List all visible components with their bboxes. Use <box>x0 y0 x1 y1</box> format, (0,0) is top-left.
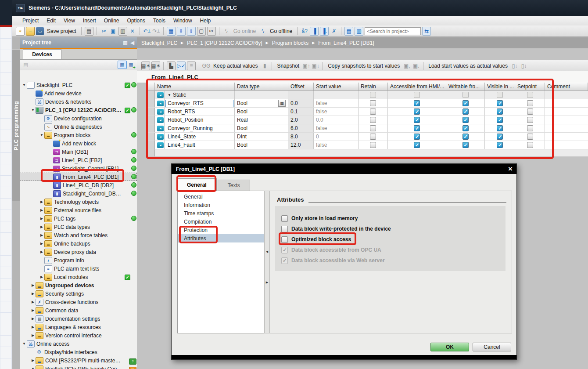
expand-arrow-icon[interactable]: ▶ <box>30 283 36 287</box>
split-vertical-icon[interactable]: ▥ <box>355 27 363 36</box>
table-row-line4-state[interactable]: ◂Line4_StateDInt8.00 <box>146 133 588 141</box>
paste-icon[interactable]: ▥ <box>118 27 127 36</box>
column-header-visible-in[interactable]: Visible in ... <box>485 83 515 90</box>
dialog-tab-texts[interactable]: Texts <box>218 180 250 191</box>
menu-online[interactable]: Online <box>100 17 123 25</box>
name-cell[interactable]: Robot_RTS <box>165 108 235 116</box>
cross-references-icon[interactable]: ✗ <box>330 27 338 35</box>
compile-icon[interactable]: ▦ <box>167 27 176 36</box>
tree-item-external-source-files[interactable]: ▶▂External source files <box>20 206 137 214</box>
monitor-all-icon[interactable]: ꙨꙨ <box>202 62 210 70</box>
group-name-cell[interactable]: ▼Static <box>165 91 235 99</box>
checkbox-checked[interactable] <box>497 142 503 148</box>
expand-arrow-icon[interactable]: ▼ <box>39 133 44 137</box>
checkbox-checked[interactable] <box>497 134 503 140</box>
expand-arrow-icon[interactable]: ▶ <box>39 233 44 237</box>
name-cell[interactable]: Robot_Position <box>165 116 235 124</box>
checkbox-unchecked[interactable] <box>527 117 533 123</box>
column-header-comment[interactable]: Comment <box>545 83 588 90</box>
comment-cell[interactable] <box>545 108 588 116</box>
breadcrumb-from-line4-plc-db1[interactable]: From_Line4_PLC [DB1] <box>318 40 374 46</box>
checkbox-checked[interactable] <box>497 100 503 106</box>
tree-item-add-new-block[interactable]: Add new block <box>20 139 137 148</box>
checkbox-unchecked[interactable] <box>370 142 376 148</box>
option-only-store-in-load-memory[interactable]: Only store in load memory <box>281 214 358 223</box>
search-input[interactable] <box>365 27 421 35</box>
expand-arrow-icon[interactable]: ▶ <box>30 333 36 337</box>
menu-edit[interactable]: Edit <box>43 17 60 25</box>
expand-arrow-icon[interactable]: ▶ <box>30 325 36 329</box>
checkbox-checked[interactable] <box>463 142 469 148</box>
checkbox-disabled[interactable] <box>497 92 503 98</box>
expand-arrow-icon[interactable]: ▶ <box>30 300 36 304</box>
tree-item-ungrouped-devices[interactable]: ▶▂Ungrouped devices <box>20 281 137 289</box>
expand-arrow-icon[interactable]: ▶ <box>30 292 36 296</box>
checkbox-unchecked[interactable] <box>281 226 288 232</box>
start-value-cell[interactable]: false <box>314 99 359 107</box>
tree-item-main-ob1[interactable]: ⊐Main [OB1] <box>20 148 137 156</box>
tree-item-add-new-device[interactable]: Add new device <box>20 89 137 98</box>
expand-arrow-icon[interactable]: ▶ <box>30 308 36 312</box>
splitter-right-arrow-icon[interactable]: ▶ <box>265 280 269 284</box>
tree-item-stacklight-control-db[interactable]: ▮Stacklight_Control_DB [... <box>20 189 137 198</box>
checkbox-unchecked[interactable] <box>527 100 533 106</box>
table-row-robot-rts[interactable]: ◂Robot_RTSBool0.1false <box>146 108 588 116</box>
tree-item-technology-objects[interactable]: ▶▂Technology objects <box>20 198 137 206</box>
name-cell[interactable]: Line4_Fault <box>165 141 235 149</box>
row-selector-cell[interactable] <box>146 133 155 141</box>
keep-actual-values-icon[interactable]: ▮ <box>261 62 269 70</box>
data-type-cell[interactable]: Real <box>235 116 288 124</box>
data-type-cell[interactable]: Bool <box>235 124 288 132</box>
column-header-retain[interactable]: Retain <box>359 83 388 90</box>
tree-item-security-settings[interactable]: ▶▂Security settings <box>20 289 137 298</box>
checkbox-checked[interactable] <box>414 117 420 123</box>
open-project-icon[interactable]: → <box>26 27 35 36</box>
menu-tools[interactable]: Tools <box>149 17 169 25</box>
expand-arrow-icon[interactable]: ▶ <box>39 217 44 221</box>
tree-item-stacklight-control-fb1[interactable]: ⊐Stacklight_Control [FB1] <box>20 164 137 173</box>
table-row-robot-position[interactable]: ◂Robot_PositionReal2.00.0 <box>146 116 588 124</box>
row-selector-cell[interactable] <box>146 141 155 149</box>
insert-row-icon[interactable]: ▤✶ <box>141 62 150 70</box>
redo-icon[interactable]: ↷± <box>152 27 160 35</box>
new-project-icon[interactable]: ✶ <box>16 27 25 36</box>
expand-arrow-icon[interactable]: ▶ <box>39 250 44 254</box>
tree-item-realtek-pcie-gbe-family-con[interactable]: ▼▂Realtek PCIe GBE Family Con...▦ <box>20 365 137 369</box>
list-view-icon[interactable]: ▦ <box>118 61 127 69</box>
checkbox-disabled[interactable] <box>463 92 469 98</box>
menu-insert[interactable]: Insert <box>79 17 100 25</box>
cancel-button[interactable]: Cancel <box>473 343 511 351</box>
expand-members-icon[interactable]: ≡ <box>187 62 196 70</box>
upload-from-device-icon[interactable]: ⇧ <box>187 27 196 36</box>
ok-button[interactable]: OK <box>430 343 469 351</box>
checkbox-checked[interactable] <box>497 117 503 123</box>
load-start-values-icon[interactable]: ▯↓ <box>511 62 519 70</box>
column-header-writable-fro[interactable]: Writable fro... <box>446 83 485 90</box>
tree-item-device-configuration[interactable]: ⚙Device configuration <box>20 114 137 123</box>
dialog-tab-general[interactable]: General <box>177 178 217 191</box>
tree-item-stacklight-plc[interactable]: ▼Stacklight_PLC✓ <box>20 81 137 89</box>
expand-arrow-icon[interactable]: ▶ <box>39 275 44 279</box>
checkbox-disabled[interactable] <box>370 92 376 98</box>
details-view-icon[interactable]: ▤ <box>22 61 30 69</box>
splitter-left-arrow-icon[interactable]: ◀ <box>265 250 269 253</box>
menu-help[interactable]: Help <box>196 17 215 25</box>
comment-cell[interactable] <box>545 116 588 124</box>
load-start-values-label[interactable]: Load start values as actual values <box>428 63 508 69</box>
option-data-block-accessible-via-web-server[interactable]: Data block accessible via Web server <box>281 256 385 265</box>
row-selector-cell[interactable] <box>146 116 155 124</box>
table-row-conveyor-running[interactable]: ◂Conveyor_RunningBool6.0false <box>146 124 588 133</box>
row-selector-cell[interactable] <box>146 108 155 116</box>
checkbox-unchecked[interactable] <box>370 125 376 131</box>
start-cpu-icon[interactable]: ▢ <box>197 27 206 36</box>
expand-arrow-icon[interactable]: ▶ <box>39 208 44 212</box>
start-value-cell[interactable]: false <box>314 124 359 132</box>
data-type-cell[interactable]: Bool <box>235 108 288 116</box>
column-header-offset[interactable]: Offset <box>288 83 314 90</box>
copy-snapshots-label[interactable]: Copy snapshots to start values <box>328 63 400 69</box>
column-header-data-type[interactable]: Data type <box>235 83 288 90</box>
expand-arrow-icon[interactable]: ▼ <box>22 83 27 87</box>
delete-icon[interactable]: ✕ <box>129 27 136 35</box>
comment-cell[interactable] <box>545 141 588 149</box>
print-icon[interactable]: ▤ <box>85 27 93 36</box>
